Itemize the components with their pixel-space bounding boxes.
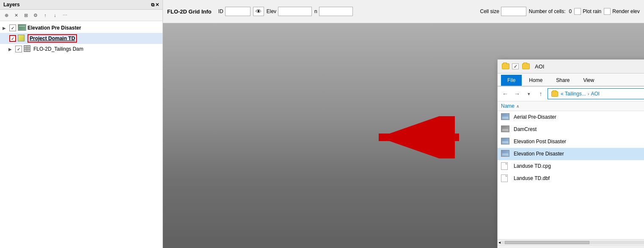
fe-statusbar: 18 items 1 item selected 215 KB ≡ ⊞: [498, 245, 644, 248]
id-field-group: ID: [218, 7, 250, 16]
layer-name: FLO-2D_Tailings Dam: [33, 46, 83, 52]
breadcrumb-tailings[interactable]: « Tailings...: [561, 91, 586, 97]
layer-item-flo2d-tailings-dam[interactable]: ▶ FLO-2D_Tailings Dam: [0, 44, 162, 54]
n-field-group: n: [314, 7, 353, 16]
renderelev-label: Render elev: [612, 8, 640, 14]
forward-button[interactable]: →: [512, 89, 522, 99]
file-row-elevation-post-disaster[interactable]: Elevation Post Disaster 8/29/2023 1:38 P…: [498, 136, 644, 148]
cellsize-label: Cell size: [480, 8, 499, 14]
window-title: AOI: [535, 63, 544, 70]
numcells-value: 0: [569, 8, 572, 14]
layers-toolbar: ⊕ ✕ ⊞ ⚙ ↑ ↓ ⋯: [0, 10, 162, 21]
plotrain-group: Plot rain: [574, 8, 601, 15]
layer-checkbox[interactable]: [9, 25, 16, 31]
file-name: Landuse TD.dbf: [514, 175, 644, 181]
more-btn[interactable]: ⋯: [61, 11, 69, 19]
layers-panel: Layers ⧉ ✕ ⊕ ✕ ⊞ ⚙ ↑ ↓ ⋯ ▶ Elevation Pr: [0, 0, 163, 248]
tab-view[interactable]: View: [577, 75, 600, 86]
app-window: Layers ⧉ ✕ ⊕ ✕ ⊞ ⚙ ↑ ↓ ⋯ ▶ Elevation Pr: [0, 0, 644, 248]
tab-share[interactable]: Share: [550, 75, 576, 86]
numcells-group: Number of cells: 0: [529, 8, 572, 14]
eye-button[interactable]: 👁: [253, 7, 264, 16]
id-label: ID: [218, 8, 223, 14]
settings-btn[interactable]: ⚙: [31, 11, 40, 19]
numcells-label: Number of cells:: [529, 8, 566, 14]
expand-arrow[interactable]: ▶: [8, 47, 15, 52]
plotrain-label: Plot rain: [583, 8, 601, 14]
fe-list-header: Name ∧ Date modified: [498, 101, 644, 111]
cellsize-field-group: Cell size: [480, 7, 526, 16]
layer-item-elevation-pre-disaster[interactable]: ▶ Elevation Pre Disaster: [0, 23, 162, 33]
layer-icon-mesh: [24, 45, 31, 53]
fe-ribbon: File Home Share View Manage Picture Tool…: [498, 74, 644, 87]
file-row-landuse-cpg[interactable]: Landuse TD.cpg 8/28/2023 9:29 AM: [498, 160, 644, 172]
filter-btn[interactable]: ⊞: [22, 11, 30, 19]
layer-checkbox-selected[interactable]: [9, 35, 16, 42]
layers-title-text: Layers: [3, 2, 20, 8]
sort-arrow: ∧: [516, 104, 519, 109]
fe-content: Name ∧ Date modified: [498, 101, 644, 245]
cellsize-input[interactable]: [501, 7, 526, 16]
file-name: Elevation Pre Disaster: [514, 151, 644, 157]
file-row-aerial-pre-disaster[interactable]: Aerial Pre-Disaster 8/25/2023 11:55 AM: [498, 111, 644, 123]
breadcrumb-aoi[interactable]: AOI: [591, 91, 600, 97]
map-area: ✓ AOI — □ ✕ File: [163, 23, 644, 248]
file-icon-raster3: [501, 138, 510, 145]
fe-file-list[interactable]: Aerial Pre-Disaster 8/25/2023 11:55 AM: [498, 111, 644, 239]
flo2d-title: FLO-2D Grid Info: [167, 8, 216, 15]
up-directory-button[interactable]: ↑: [536, 89, 546, 99]
file-name: Aerial Pre-Disaster: [514, 114, 644, 120]
layer-checkbox[interactable]: [15, 46, 22, 52]
remove-layer-btn[interactable]: ✕: [12, 11, 20, 19]
fe-hscrollbar[interactable]: ◂ ▸: [498, 239, 644, 245]
add-layer-btn[interactable]: ⊕: [2, 11, 11, 19]
layer-name: Project Domain TD: [28, 34, 77, 43]
col-name[interactable]: Name ∧: [501, 103, 644, 109]
address-folder-icon: [551, 91, 558, 97]
recent-locations-button[interactable]: ▾: [524, 89, 534, 99]
n-input[interactable]: [319, 7, 353, 16]
id-input[interactable]: [225, 7, 250, 16]
hscroll-thumb[interactable]: [505, 241, 589, 244]
layers-tree: ▶ Elevation Pre Disaster Project Domain …: [0, 21, 162, 248]
back-button[interactable]: ←: [500, 89, 510, 99]
fe-ribbon-tabs: File Home Share View Manage Picture Tool…: [498, 74, 644, 86]
restore-icon[interactable]: ⧉: [151, 2, 154, 8]
address-breadcrumb: « Tailings... › AOI: [561, 91, 600, 97]
tab-home[interactable]: Home: [523, 75, 549, 86]
down-btn[interactable]: ↓: [51, 11, 59, 19]
file-name: DamCrest: [514, 126, 644, 132]
main-area: FLO-2D Grid Info ID 👁 Elev n Cell size N…: [163, 0, 644, 248]
address-box[interactable]: « Tailings... › AOI ▾: [548, 88, 644, 99]
file-explorer-window: ✓ AOI — □ ✕ File: [497, 59, 644, 248]
expand-arrow[interactable]: ▶: [3, 26, 9, 30]
layer-icon-vector: [18, 35, 25, 42]
file-icon-generic2: [501, 174, 510, 182]
layer-icon-raster: [18, 24, 25, 32]
file-icon-raster2: [501, 125, 510, 133]
file-icon-raster: [501, 113, 510, 121]
up-btn[interactable]: ↑: [41, 11, 50, 19]
renderelev-group: Render elev: [604, 8, 640, 15]
layers-title-icons: ⧉ ✕: [151, 2, 159, 8]
elev-label: Elev: [267, 8, 276, 14]
file-row-elevation-pre-disaster[interactable]: Elevation Pre Disaster 8/29/2023 2:00 PM: [498, 148, 644, 160]
fe-addressbar: ← → ▾ ↑ « Tailings... › AOI ▾ ↺: [498, 87, 644, 101]
file-name: Landuse TD.cpg: [514, 163, 644, 169]
hscroll-track[interactable]: [501, 241, 644, 244]
tab-file[interactable]: File: [501, 75, 522, 86]
file-row-damcrest[interactable]: DamCrest 3/2/2023 10:50 PM: [498, 123, 644, 136]
elev-input[interactable]: [278, 7, 312, 16]
layers-panel-title: Layers ⧉ ✕: [0, 0, 162, 10]
n-label: n: [314, 8, 317, 14]
plotrain-checkbox[interactable]: [574, 8, 581, 15]
file-icon-generic: [501, 162, 510, 170]
file-row-landuse-dbf[interactable]: Landuse TD.dbf 8/29/2023 10:31 AM: [498, 172, 644, 185]
layer-name: Elevation Pre Disaster: [28, 25, 81, 31]
layer-item-project-domain-td[interactable]: Project Domain TD: [0, 33, 162, 44]
check-icon: ✓: [512, 63, 519, 69]
renderelev-checkbox[interactable]: [604, 8, 611, 15]
breadcrumb-arrow: ›: [588, 91, 589, 96]
close-icon[interactable]: ✕: [155, 2, 159, 8]
folder-icon: [502, 63, 509, 69]
